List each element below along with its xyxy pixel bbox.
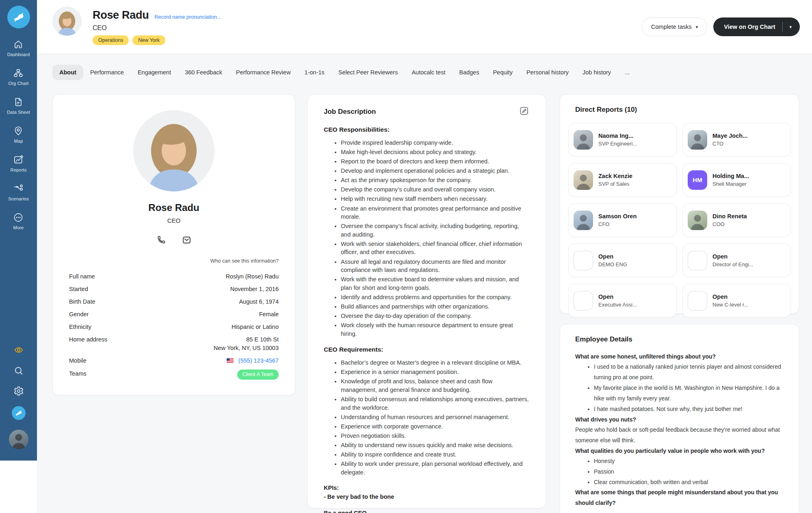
field-row: Home address 85 E 10th St New York, NY, … <box>69 335 279 352</box>
report-avatar: HM <box>688 170 707 190</box>
tab[interactable]: 1-on-1s <box>298 65 331 80</box>
tab[interactable]: Personal history <box>520 65 576 80</box>
profile-card: Rose Radu CEO Who can see this informati… <box>52 94 295 396</box>
sidebar-item-scenarios[interactable]: Scenarios <box>8 183 29 201</box>
header-identity: Rose Radu Record name pronunciation... C… <box>93 9 221 45</box>
tab[interactable]: 360 Feedback <box>178 65 229 80</box>
list-item: Ability to understand new issues quickly… <box>341 441 530 450</box>
job-description-card: Job Description CEO Responsibilities: Pr… <box>307 94 546 509</box>
complete-tasks-button[interactable]: Complete tasks ▾ <box>642 17 707 36</box>
direct-report-card[interactable]: Open Executive Assi... <box>568 284 677 317</box>
sidebar-bottom <box>0 344 37 449</box>
search-icon[interactable] <box>13 365 24 376</box>
avatar-silhouette <box>688 211 707 230</box>
department-badge[interactable]: Operations <box>93 35 129 45</box>
tab[interactable]: Performance <box>83 65 131 80</box>
direct-report-card[interactable]: Naoma Ing... SVP Engineeri... <box>568 123 677 157</box>
field-label: Gender <box>69 310 89 319</box>
direct-report-card[interactable]: Dino Reneta COO <box>682 203 791 237</box>
avatar-silhouette <box>574 130 593 150</box>
edit-icon[interactable] <box>519 105 530 118</box>
more-icon <box>13 212 24 223</box>
sidebar-item-data-sheet[interactable]: Data Sheet <box>7 97 30 115</box>
direct-reports-card: Direct Reports (10) Naoma Ing... SVP Eng… <box>560 94 799 314</box>
report-texts: Dino Reneta COO <box>712 213 747 227</box>
field-value: November 1, 2016 <box>230 285 279 293</box>
reports-icon <box>13 154 24 165</box>
phone-icon[interactable] <box>156 235 166 245</box>
us-flag-icon <box>227 357 234 365</box>
view-org-chart-button[interactable]: View on Org Chart ▾ <box>713 17 800 36</box>
current-user-avatar[interactable] <box>9 430 28 449</box>
sidebar-item-org-chart[interactable]: Org Chart <box>8 68 28 86</box>
charthop-logo[interactable] <box>7 6 30 28</box>
direct-report-card[interactable]: HM Holding Ma... Shell Manager <box>682 163 791 197</box>
field-link[interactable]: (555) 123-4567 <box>238 357 279 364</box>
tab[interactable]: Engagement <box>131 65 178 80</box>
eye-icon[interactable] <box>13 344 24 356</box>
tab[interactable]: Badges <box>452 65 486 80</box>
chevron-down-icon[interactable]: ▾ <box>783 25 800 29</box>
report-title: CTO <box>712 141 747 147</box>
sidebar-item-dashboard[interactable]: Dashboard <box>7 39 30 57</box>
location-badge[interactable]: New York <box>132 35 165 45</box>
sidebar-item-reports[interactable]: Reports <box>11 154 27 172</box>
view-org-chart-label: View on Org Chart <box>713 24 782 30</box>
tab[interactable]: Performance Review <box>229 65 298 80</box>
tab[interactable]: Pequity <box>486 65 520 80</box>
report-name: Open <box>712 293 748 300</box>
direct-report-card[interactable]: Open DEMO ENG <box>568 243 677 277</box>
tab[interactable]: Select Peer Reviewers <box>331 65 405 80</box>
employee-details-body: What are some honest, unfiltered things … <box>568 352 788 508</box>
report-name: Samson Oren <box>598 213 637 220</box>
responsibilities-list: Provide inspired leadership company-wide… <box>324 139 530 338</box>
team-badge[interactable]: Client A Team <box>237 370 279 380</box>
requirements-heading: CEO Requirements: <box>324 346 530 353</box>
direct-report-card[interactable]: Maye Joch... CTO <box>682 123 791 157</box>
chevron-down-icon: ▾ <box>696 25 698 29</box>
employee-avatar[interactable] <box>52 7 82 36</box>
direct-report-card[interactable]: Samson Oren CFO <box>568 203 677 237</box>
report-avatar <box>688 211 707 230</box>
direct-report-card[interactable]: Open New C-level r... <box>682 284 791 317</box>
header-actions: Complete tasks ▾ View on Org Chart ▾ <box>642 17 800 36</box>
field-value-text: August 6, 1974 <box>239 298 279 305</box>
report-title: Director of Engi... <box>712 261 753 267</box>
field-value: (555) 123-4567 <box>227 356 279 365</box>
charthop-logo-small[interactable] <box>12 406 26 420</box>
profile-role: CEO <box>69 217 279 224</box>
report-avatar <box>574 211 593 230</box>
sidebar-item-map[interactable]: Map <box>13 126 24 143</box>
kpi-heading: KPIs: <box>324 484 530 493</box>
list-item: Understanding of human resources and per… <box>341 413 530 422</box>
list-item: Proven negotiation skills. <box>341 432 530 440</box>
direct-report-card[interactable]: Open Director of Engi... <box>682 243 791 277</box>
record-pronunciation-link[interactable]: Record name pronunciation... <box>154 14 221 20</box>
gear-icon[interactable] <box>13 386 24 396</box>
report-texts: Open DEMO ENG <box>598 253 627 267</box>
field-value: Hispanic or Latino <box>232 323 279 331</box>
field-label: Home address <box>69 335 107 344</box>
question: What are some honest, unfiltered things … <box>575 352 788 362</box>
sidebar-item-label: Map <box>14 139 23 143</box>
report-title: SVP Engineeri... <box>598 141 637 147</box>
tab[interactable]: About <box>52 65 83 80</box>
list-item: Create an environment that promotes grea… <box>341 204 530 221</box>
sidebar-item-more[interactable]: More <box>13 212 24 230</box>
avatar-silhouette <box>574 170 593 190</box>
answer-text: People who hold back or soft-pedal feedb… <box>575 425 788 446</box>
tab[interactable]: Autocalc test <box>405 65 452 80</box>
field-label: Mobile <box>69 356 87 365</box>
tab[interactable]: Job history <box>576 65 618 80</box>
who-can-see-link[interactable]: Who can see this information? <box>69 258 279 264</box>
list-item: Act as the primary spokesperson for the … <box>341 176 530 185</box>
list-item: Ability to work under pressure, plan per… <box>341 460 530 476</box>
email-icon[interactable] <box>182 235 192 245</box>
tab[interactable]: ... <box>618 65 637 80</box>
requirements-list: Bachelor’s degree or Master's degree in … <box>324 359 530 476</box>
rabbit-logo-icon <box>14 409 23 417</box>
direct-report-card[interactable]: Zack Kenzie SVP of Sales <box>568 163 677 197</box>
report-name: Naoma Ing... <box>598 133 637 139</box>
profile-photo <box>133 110 214 191</box>
list-item: Develop and implement operational polici… <box>341 167 530 175</box>
